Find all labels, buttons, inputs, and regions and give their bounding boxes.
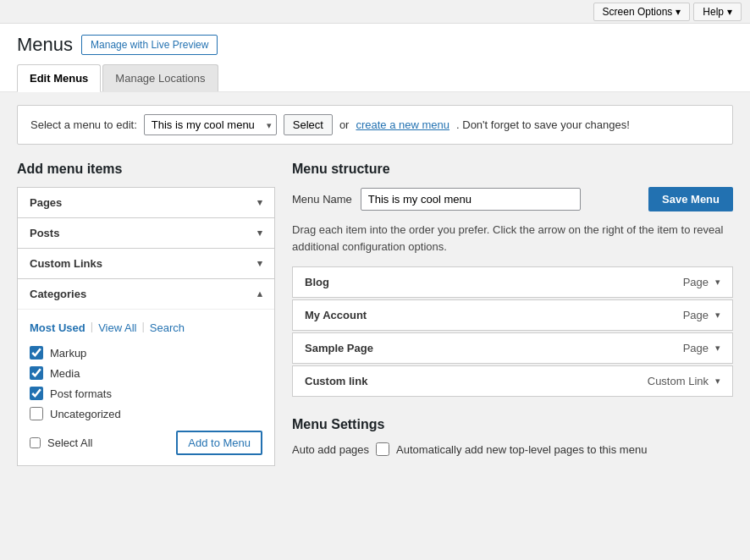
tab-edit-menus[interactable]: Edit Menus — [17, 64, 101, 92]
menu-item-my-account-label: My Account — [305, 309, 367, 321]
save-menu-button[interactable]: Save Menu — [648, 187, 733, 211]
cat-tab-search[interactable]: Search — [150, 320, 185, 336]
auto-add-row: Auto add pages Automatically add new top… — [292, 442, 733, 456]
accordion: Pages ▾ Posts ▾ Custom Links ▾ — [17, 187, 275, 466]
auto-add-checkbox[interactable] — [376, 442, 389, 456]
accordion-item-pages: Pages ▾ — [18, 188, 274, 218]
menu-settings: Menu Settings Auto add pages Automatical… — [292, 417, 733, 456]
add-menu-items-panel: Add menu items Pages ▾ Posts ▾ — [17, 162, 275, 466]
tab-manage-locations[interactable]: Manage Locations — [102, 64, 218, 91]
menu-structure-title: Menu structure — [292, 162, 733, 177]
menu-item-my-account-arrow-icon[interactable]: ▾ — [715, 310, 720, 321]
category-checkbox-post-formats[interactable] — [30, 387, 43, 400]
cat-tab-most-used[interactable]: Most Used — [30, 320, 85, 336]
page-header: Menus Manage with Live Preview Edit Menu… — [0, 24, 750, 92]
category-checkbox-media[interactable] — [30, 366, 43, 380]
menu-item-blog: Blog Page ▾ — [292, 266, 733, 298]
add-menu-items-title: Add menu items — [17, 162, 275, 177]
create-new-menu-link[interactable]: create a new menu — [356, 118, 449, 131]
menu-item-blog-type: Page ▾ — [683, 276, 720, 288]
menu-item-sample-page: Sample Page Page ▾ — [292, 332, 733, 364]
select-menu-label: Select a menu to edit: — [30, 118, 137, 131]
accordion-header-categories[interactable]: Categories ▴ — [18, 279, 274, 309]
auto-add-description: Automatically add new top-level pages to… — [396, 443, 647, 456]
top-bar: Screen Options ▾ Help ▾ — [0, 0, 750, 24]
drag-hint: Drag each item into the order you prefer… — [292, 222, 733, 255]
main-content: Select a menu to edit: This is my cool m… — [0, 92, 750, 479]
help-arrow-icon: ▾ — [727, 6, 732, 18]
page-title: Menus — [17, 34, 73, 56]
category-label-post-formats: Post formats — [50, 387, 112, 400]
accordion-custom-links-label: Custom Links — [30, 257, 102, 270]
category-checkbox-uncategorized[interactable] — [30, 407, 43, 420]
select-all-checkbox[interactable] — [30, 437, 41, 448]
accordion-item-custom-links: Custom Links ▾ — [18, 249, 274, 279]
accordion-pages-arrow-icon: ▾ — [257, 197, 262, 208]
auto-add-label: Auto add pages — [292, 443, 369, 456]
tabs-nav: Edit Menus Manage Locations — [17, 64, 733, 91]
category-item-media[interactable]: Media — [30, 366, 262, 380]
menu-item-my-account-type: Page ▾ — [683, 309, 720, 321]
menu-item-custom-link-type: Custom Link ▾ — [648, 375, 720, 387]
menu-item-sample-page-arrow-icon[interactable]: ▾ — [715, 343, 720, 354]
category-item-post-formats[interactable]: Post formats — [30, 387, 262, 400]
select-menu-bar: Select a menu to edit: This is my cool m… — [17, 105, 733, 145]
accordion-item-posts: Posts ▾ — [18, 218, 274, 249]
or-text: or — [339, 118, 350, 131]
accordion-posts-arrow-icon: ▾ — [257, 228, 262, 239]
menu-items-list: Blog Page ▾ My Account Page ▾ Sample Pag… — [292, 266, 733, 397]
category-label-uncategorized: Uncategorized — [50, 408, 121, 420]
page-title-row: Menus Manage with Live Preview — [17, 34, 733, 56]
accordion-header-pages[interactable]: Pages ▾ — [18, 188, 274, 217]
menu-dropdown-wrap: This is my cool menu — [144, 114, 277, 135]
menu-name-input[interactable] — [361, 188, 581, 211]
screen-options-button[interactable]: Screen Options ▾ — [593, 3, 691, 21]
menu-item-custom-link: Custom link Custom Link ▾ — [292, 365, 733, 397]
accordion-custom-links-arrow-icon: ▾ — [257, 258, 262, 269]
select-all-text: Select All — [47, 436, 92, 449]
menu-name-label: Menu Name — [292, 193, 352, 206]
accordion-header-posts[interactable]: Posts ▾ — [18, 218, 274, 248]
category-label-markup: Markup — [50, 347, 86, 360]
menu-structure-panel: Menu structure Menu Name Save Menu Drag … — [292, 162, 733, 466]
category-item-markup[interactable]: Markup — [30, 346, 262, 360]
category-tabs: Most Used | View All | Search — [30, 320, 262, 336]
category-item-uncategorized[interactable]: Uncategorized — [30, 407, 262, 420]
category-label-media: Media — [50, 367, 80, 380]
accordion-posts-label: Posts — [30, 227, 59, 239]
menu-item-my-account: My Account Page ▾ — [292, 299, 733, 331]
accordion-categories-label: Categories — [30, 288, 86, 300]
help-label: Help — [703, 6, 724, 18]
menu-settings-title: Menu Settings — [292, 417, 733, 432]
accordion-content-categories: Most Used | View All | Search Markup — [18, 309, 274, 465]
help-button[interactable]: Help ▾ — [693, 3, 742, 21]
menu-item-blog-label: Blog — [305, 276, 329, 288]
cat-tab-view-all[interactable]: View All — [98, 320, 136, 336]
menu-item-blog-arrow-icon[interactable]: ▾ — [715, 277, 720, 288]
live-preview-button[interactable]: Manage with Live Preview — [81, 35, 218, 55]
menu-item-sample-page-type: Page ▾ — [683, 342, 720, 354]
menu-item-sample-page-label: Sample Page — [305, 342, 373, 354]
accordion-footer: Select All Add to Menu — [30, 431, 262, 455]
screen-options-arrow-icon: ▾ — [676, 6, 681, 18]
category-checkbox-markup[interactable] — [30, 346, 43, 360]
two-col-layout: Add menu items Pages ▾ Posts ▾ — [17, 162, 733, 466]
after-link-text: . Don't forget to save your changes! — [456, 118, 630, 131]
category-checkbox-list: Markup Media Post formats — [30, 346, 262, 420]
menu-item-custom-link-label: Custom link — [305, 375, 367, 387]
add-to-menu-button[interactable]: Add to Menu — [176, 431, 262, 455]
screen-options-label: Screen Options — [603, 6, 673, 18]
accordion-header-custom-links[interactable]: Custom Links ▾ — [18, 249, 274, 278]
menu-name-row: Menu Name Save Menu — [292, 187, 733, 211]
select-button[interactable]: Select — [284, 114, 333, 135]
accordion-item-categories: Categories ▴ Most Used | View All | Sear… — [18, 279, 274, 465]
menu-item-custom-link-arrow-icon[interactable]: ▾ — [715, 376, 720, 387]
select-all-label[interactable]: Select All — [30, 436, 92, 449]
accordion-pages-label: Pages — [30, 196, 62, 209]
menu-select[interactable]: This is my cool menu — [144, 114, 277, 135]
accordion-categories-arrow-icon: ▴ — [257, 288, 262, 299]
